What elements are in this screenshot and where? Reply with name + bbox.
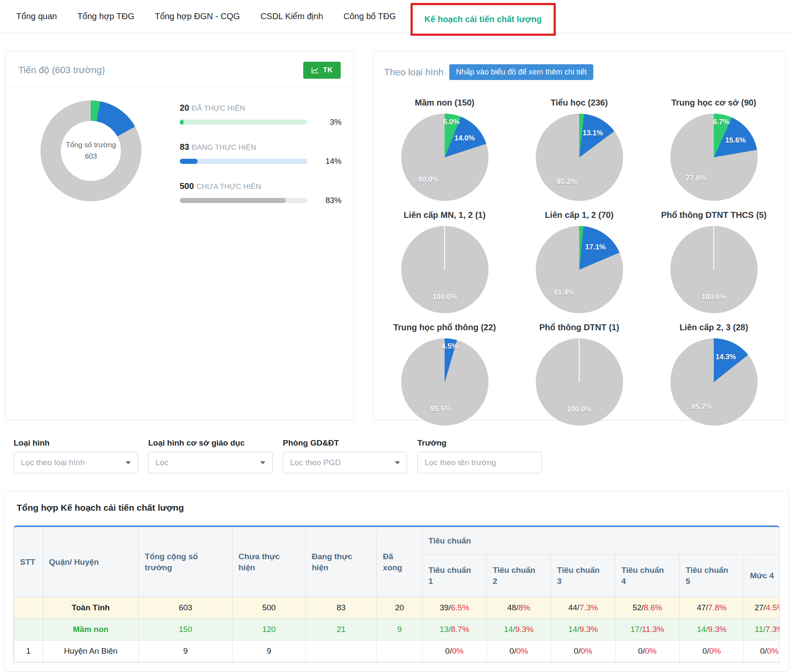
pie-cell-tieu-hoc-236: Tiểu học (236)13.1%85.2% xyxy=(512,98,646,201)
pie-slice-label: 100.0% xyxy=(701,293,726,301)
total-cell: 9 xyxy=(139,641,233,662)
total-cell: 150 xyxy=(139,619,233,641)
pie-slice-label: 4.5% xyxy=(441,342,458,351)
in-progress-cell: 83 xyxy=(306,597,377,619)
tk-button[interactable]: TK xyxy=(303,62,341,79)
pie-title: Liên cấp MN, 1, 2 (1) xyxy=(404,210,486,220)
donut-chart: Tổng số trường 603 xyxy=(40,100,141,201)
district-cell: Mầm non xyxy=(43,619,139,641)
criteria-cell-6: 27/4.5% xyxy=(744,597,780,619)
stt-cell xyxy=(14,619,43,641)
progress-bar-row: 83% xyxy=(180,196,342,205)
criteria-percent: 11.3% xyxy=(642,625,664,634)
progress-percent: 14% xyxy=(313,157,342,166)
criteria-count: 14 xyxy=(568,625,577,634)
pie-slice-label: 14.0% xyxy=(454,134,475,143)
pie-cell-pho-thong-dtnt-1: Phổ thông DTNT (1)100.0% xyxy=(512,323,646,426)
table-row-mam-non[interactable]: Mầm non15012021913/8.7%14/9.3%14/9.3%17/… xyxy=(14,619,780,641)
table-row-huyen-an-bien[interactable]: 1Huyện An Biên990/0%0/0%0/0%0/0%0/0%0/0% xyxy=(14,641,780,662)
progress-bar-row: 14% xyxy=(180,157,342,166)
pie-slice-border xyxy=(444,226,445,270)
filter-group-truong: Trường xyxy=(417,438,542,473)
tab-ke-hoach-cai-tien-chat-luong[interactable]: Kế hoạch cải tiến chất lượng xyxy=(425,14,542,24)
pie-chart-trung-hoc-co-so-90[interactable]: 6.7%15.6%77.8% xyxy=(670,114,758,201)
stt-cell: 1 xyxy=(14,641,43,662)
donut-center-label: Tổng số trường xyxy=(66,140,116,151)
done-cell: 20 xyxy=(377,597,422,619)
criteria-cell-2: 14/9.3% xyxy=(487,619,551,641)
pie-title: Trung học phổ thông (22) xyxy=(393,323,496,332)
active-tab-highlight: Kế hoạch cải tiến chất lượng xyxy=(411,3,556,36)
pie-slice-label: 100.0% xyxy=(567,405,592,414)
progress-panel: Tiến độ (603 trường) TK Tổng số trường 6… xyxy=(5,51,354,420)
pie-chart-tieu-hoc-236[interactable]: 13.1%85.2% xyxy=(536,114,623,201)
criteria-cell-1: 0/0% xyxy=(422,641,487,662)
progress-item-header: 20ĐÃ THỰC HIỆN xyxy=(180,103,342,113)
pie-chart-trung-hoc-pho-thong-22[interactable]: 4.5%95.5% xyxy=(401,338,488,426)
pie-chart-pho-thong-dtnt-1[interactable]: 100.0% xyxy=(536,338,623,426)
pies-grid: Mầm non (150)6.0%14.0%80.0%Tiểu học (236… xyxy=(373,98,785,426)
progress-item: 500CHƯA THỰC HIỆN83% xyxy=(180,181,342,205)
filter-select-phong-gd-dt[interactable]: Lọc theo PGD xyxy=(283,452,407,473)
pie-chart-pho-thong-dtnt-thcs-5[interactable]: 100.0% xyxy=(670,226,758,313)
progress-bar-fill xyxy=(180,198,286,203)
district-cell: Toàn Tỉnh xyxy=(43,597,139,619)
summary-table-title: Tổng hợp Kế hoạch cải tiến chất lượng xyxy=(17,503,780,513)
tab-cong-bo-tdg[interactable]: Công bố TĐG xyxy=(333,11,406,21)
progress-item-header: 83ĐANG THỰC HIỆN xyxy=(180,142,342,152)
criteria-cell-4: 52/8.6% xyxy=(615,597,680,619)
progress-panel-title: Tiến độ (603 trường) xyxy=(18,65,105,76)
criteria-cell-5: 14/9.3% xyxy=(680,619,744,641)
filter-select-loai-hinh-co-so-giao-duc[interactable]: Lọc xyxy=(148,452,273,473)
pie-chart-lien-cap-mn-1-2-1[interactable]: 100.0% xyxy=(401,226,488,313)
progress-count: 20 xyxy=(180,103,189,112)
pie-slice-label: 15.6% xyxy=(725,136,746,145)
summary-table-wrap: STT Quận/ Huyện Tổng cộng số trường Chưa… xyxy=(13,526,780,663)
criteria-cell-2: 0/0% xyxy=(487,641,551,662)
table-row-toan-tinh[interactable]: Toàn Tỉnh603500832039/6.5%48/8%44/7.3%52… xyxy=(14,597,780,619)
pie-cell-trung-hoc-co-so-90: Trung học cơ sở (90)6.7%15.6%77.8% xyxy=(646,98,781,201)
tab-csdl-kiem-dinh[interactable]: CSDL Kiểm định xyxy=(250,11,333,21)
in-progress-cell: 21 xyxy=(306,619,377,641)
pie-slice-label: 77.8% xyxy=(686,174,706,183)
pie-chart-mam-non-150[interactable]: 6.0%14.0%80.0% xyxy=(401,114,488,201)
pie-slice-label: 13.1% xyxy=(583,129,603,137)
criteria-cell-1: 39/6.5% xyxy=(422,597,487,619)
pie-slice-border xyxy=(713,226,714,270)
tab-tong-hop-tdg[interactable]: Tổng hợp TĐG xyxy=(67,11,145,21)
pie-cell-mam-non-150: Mầm non (150)6.0%14.0%80.0% xyxy=(377,98,512,201)
pie-chart-lien-cap-2-3-28[interactable]: 14.3%85.7% xyxy=(670,338,758,426)
filter-input-truong[interactable] xyxy=(417,452,542,473)
pie-cell-lien-cap-mn-1-2-1: Liên cấp MN, 1, 2 (1)100.0% xyxy=(377,210,512,313)
criteria-cell-1: 13/8.7% xyxy=(422,619,487,641)
not-started-cell: 500 xyxy=(233,597,306,619)
criteria-cell-6: 11/7.3% xyxy=(744,619,780,641)
criteria-percent: 9.3% xyxy=(580,625,598,634)
progress-label: ĐÃ THỰC HIỆN xyxy=(192,104,245,112)
tab-tong-hop-dgn-cqg[interactable]: Tổng hợp ĐGN - CQG xyxy=(145,11,250,21)
progress-bar-track xyxy=(180,159,307,164)
pie-chart-lien-cap-1-2-70[interactable]: 17.1%81.4% xyxy=(536,226,623,313)
filter-group-loai-hinh-co-so-giao-duc: Loại hình cơ sở giáo dụcLọc xyxy=(148,438,273,473)
criteria-percent: 7.3% xyxy=(580,603,598,612)
filter-select-loai-hinh[interactable]: Lọc theo loại hình xyxy=(14,452,138,473)
criteria-cell-4: 17/11.3% xyxy=(615,619,680,641)
th-criteria-group: Tiêu chuẩn xyxy=(422,527,780,555)
filter-label: Trường xyxy=(417,438,542,448)
done-cell: 9 xyxy=(377,619,422,641)
pie-title: Trung học cơ sở (90) xyxy=(671,98,756,108)
tab-tong-quan[interactable]: Tổng quan xyxy=(6,11,67,21)
criteria-count: 0 xyxy=(702,646,707,655)
th-not-started: Chưa thực hiện xyxy=(233,527,306,597)
criteria-percent: 0% xyxy=(580,646,592,655)
progress-bar-track xyxy=(180,198,307,203)
in-progress-cell xyxy=(306,641,377,662)
pie-cell-pho-thong-dtnt-thcs-5: Phổ thông DTNT THCS (5)100.0% xyxy=(646,210,781,313)
criteria-percent: 8% xyxy=(518,603,530,612)
progress-bar-fill xyxy=(180,159,198,164)
summary-table-card: Tổng hợp Kế hoạch cải tiến chất lượng ST… xyxy=(4,491,789,672)
chevron-down-icon xyxy=(395,461,400,464)
criteria-count: 0 xyxy=(445,646,450,655)
criteria-percent: 8.7% xyxy=(451,625,469,634)
panels-row: Tiến độ (603 trường) TK Tổng số trường 6… xyxy=(5,51,786,420)
